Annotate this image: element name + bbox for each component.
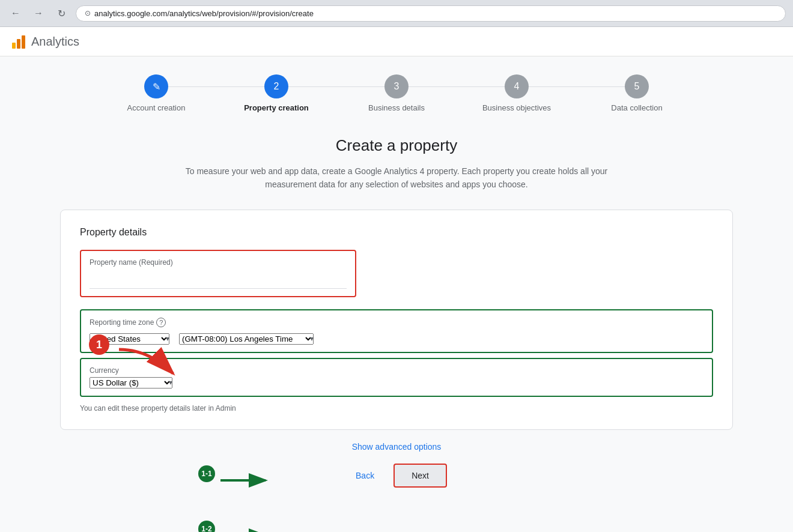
currency-select[interactable]: US Dollar ($) Euro (€) British Pound (£) — [90, 377, 172, 388]
step-4-circle: 4 — [505, 74, 529, 98]
helper-text: You can edit these property details late… — [80, 404, 713, 413]
annotation-badge-1: 1 — [89, 334, 109, 355]
currency-label: Currency — [90, 366, 703, 375]
annotation-badge-1-2: 1-2 — [198, 521, 215, 532]
property-details-card: Property details Property name (Required… — [60, 210, 733, 430]
stepper: ✎ Account creation 2 Property creation 3… — [60, 74, 733, 112]
security-icon: ⊙ — [85, 9, 91, 17]
advanced-options-link[interactable]: Show advanced options — [352, 442, 442, 452]
step-4-label: Business objectives — [482, 103, 551, 112]
next-button[interactable]: Next — [393, 464, 447, 488]
step-5-circle: 5 — [625, 74, 649, 98]
url-text: analytics.google.com/analytics/web/provi… — [94, 9, 314, 18]
timezone-label: Reporting time zone — [90, 318, 154, 327]
property-name-field: Property name (Required) — [80, 250, 356, 297]
step-2-label: Property creation — [244, 103, 309, 112]
step-2-circle: 2 — [264, 74, 288, 98]
analytics-logo — [12, 34, 25, 49]
step-3-circle: 3 — [384, 74, 409, 98]
button-row: Back Next — [60, 464, 733, 488]
reload-button[interactable]: ↻ — [53, 5, 70, 22]
logo-bar-1 — [12, 43, 16, 49]
back-button[interactable]: Back — [346, 465, 384, 486]
step-account-creation: ✎ Account creation — [96, 74, 216, 112]
reporting-timezone-section: Reporting time zone ? United States Unit… — [80, 309, 713, 353]
page-description: To measure your web and app data, create… — [60, 165, 733, 192]
currency-select-wrapper[interactable]: US Dollar ($) Euro (€) British Pound (£) — [90, 377, 172, 388]
back-nav-button[interactable]: ← — [7, 5, 24, 22]
step-business-objectives: 4 Business objectives — [457, 74, 577, 112]
page-content-area: 1 1-1 — [60, 136, 733, 488]
browser-chrome: ← → ↻ ⊙ analytics.google.com/analytics/w… — [0, 0, 793, 27]
currency-section: Currency US Dollar ($) Euro (€) British … — [80, 358, 713, 397]
step-1-label: Account creation — [127, 103, 186, 112]
annotation-arrow-1-2 — [217, 527, 278, 532]
logo-bar-2 — [17, 39, 20, 49]
forward-nav-button[interactable]: → — [30, 5, 47, 22]
app-title: Analytics — [31, 35, 79, 49]
timezone-select-wrapper[interactable]: (GMT-08:00) Los Angeles Time (GMT-05:00)… — [179, 333, 314, 345]
annotation-badge-1-1: 1-1 — [198, 465, 215, 482]
main-content: ✎ Account creation 2 Property creation 3… — [0, 56, 793, 532]
advanced-options-section: Show advanced options — [60, 442, 733, 452]
timezone-select-row: United States United Kingdom Canada Aust… — [90, 333, 703, 345]
step-property-creation: 2 Property creation — [216, 74, 336, 112]
full-layout: ✎ Account creation 2 Property creation 3… — [36, 74, 757, 488]
property-name-input[interactable] — [90, 269, 347, 289]
app-header: Analytics — [0, 27, 793, 56]
step-3-label: Business details — [368, 103, 425, 112]
step-5-label: Data collection — [611, 103, 662, 112]
timezone-select[interactable]: (GMT-08:00) Los Angeles Time (GMT-05:00)… — [179, 333, 314, 345]
timezone-info-icon[interactable]: ? — [156, 318, 166, 327]
step-data-collection: 5 Data collection — [577, 74, 697, 112]
property-name-label: Property name (Required) — [90, 258, 347, 267]
step-business-details: 3 Business details — [336, 74, 457, 112]
card-title: Property details — [80, 227, 713, 238]
step-1-circle: ✎ — [144, 74, 168, 98]
page-heading: Create a property — [60, 136, 733, 155]
logo-bar-3 — [22, 35, 25, 49]
address-bar[interactable]: ⊙ analytics.google.com/analytics/web/pro… — [76, 5, 786, 22]
